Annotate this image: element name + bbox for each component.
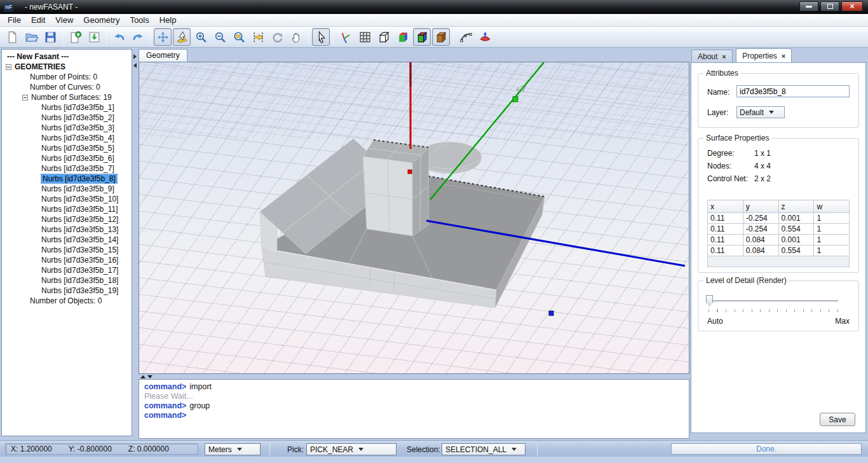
- import-button[interactable]: [85, 28, 103, 46]
- table-header-w[interactable]: w: [814, 200, 850, 213]
- tree-item-nurbs-selected[interactable]: Nurbs [id7d3e3f5b_8]: [2, 174, 132, 184]
- tree-item-nurbs[interactable]: Nurbs [id7d3e3f5b_2]: [2, 113, 132, 123]
- tree-node-curves[interactable]: Number of Curves: 0: [2, 82, 132, 92]
- curve-tool-button[interactable]: [457, 28, 475, 46]
- name-label: Name:: [707, 88, 729, 97]
- progress-text: Done.: [756, 445, 776, 453]
- table-row[interactable]: 0.110.0840.5541: [708, 245, 850, 256]
- surface-tool-button[interactable]: [476, 28, 494, 46]
- minimize-button[interactable]: [799, 1, 818, 11]
- menu-item-edit[interactable]: Edit: [26, 14, 50, 26]
- add-geometry-button[interactable]: [66, 28, 84, 46]
- lod-slider-thumb[interactable]: [706, 295, 713, 307]
- tree-node-points[interactable]: Number of Points: 0: [2, 72, 132, 82]
- progress-bar: Done.: [671, 443, 862, 455]
- tab-geometry[interactable]: Geometry: [139, 49, 187, 62]
- pan-button[interactable]: [287, 28, 305, 46]
- lod-groupbox: Level of Detail (Render) Auto Max: [698, 280, 859, 331]
- tab-properties-close-icon[interactable]: ×: [782, 52, 785, 60]
- fit-view-button[interactable]: [154, 28, 172, 46]
- menu-item-geometry[interactable]: Geometry: [78, 14, 125, 26]
- tree-item-nurbs[interactable]: Nurbs [id7d3e3f5b_17]: [2, 265, 132, 275]
- textured-view-button[interactable]: [432, 28, 450, 46]
- splitter-arrow-down-icon: [147, 375, 153, 378]
- axes-toggle-button[interactable]: [337, 28, 355, 46]
- shaded-edges-view-button[interactable]: [413, 28, 431, 46]
- tab-about[interactable]: About×: [691, 50, 733, 64]
- collapse-icon[interactable]: [6, 64, 11, 70]
- tree-item-nurbs[interactable]: Nurbs [id7d3e3f5b_12]: [2, 214, 132, 225]
- save-button[interactable]: [41, 28, 59, 46]
- tree-node-surfaces[interactable]: Number of Surfaces: 19: [2, 92, 132, 102]
- shaded-view-button[interactable]: [394, 28, 412, 46]
- layer-select[interactable]: Default: [736, 106, 785, 118]
- pick-mode-select[interactable]: PICK_NEAR: [306, 443, 397, 455]
- table-row[interactable]: 0.11-0.2540.5541: [708, 224, 850, 235]
- undo-button[interactable]: [110, 28, 128, 46]
- select-cursor-button[interactable]: [312, 28, 330, 46]
- control-points-table[interactable]: xyzw0.11-0.2540.00110.11-0.2540.55410.11…: [707, 200, 850, 267]
- zoom-window-button[interactable]: [230, 28, 248, 46]
- tab-about-close-icon[interactable]: ×: [722, 53, 726, 60]
- tree-item-nurbs[interactable]: Nurbs [id7d3e3f5b_3]: [2, 123, 132, 133]
- tree-item-nurbs[interactable]: Nurbs [id7d3e3f5b_18]: [2, 275, 132, 286]
- toolbar-separator: [62, 29, 63, 45]
- viewport-3d[interactable]: +Y: [139, 62, 689, 374]
- console-splitter[interactable]: [139, 375, 689, 379]
- pick-surface-button[interactable]: [173, 28, 191, 46]
- menu-item-tools[interactable]: Tools: [125, 14, 154, 26]
- wireframe-view-button[interactable]: [375, 28, 393, 46]
- tree-item-nurbs[interactable]: Nurbs [id7d3e3f5b_7]: [2, 163, 132, 174]
- selection-mode-select[interactable]: SELECTION_ALL: [442, 443, 526, 455]
- zoom-selection-icon: [252, 31, 265, 44]
- menu-item-file[interactable]: File: [3, 14, 26, 26]
- open-button[interactable]: [22, 28, 40, 46]
- table-row[interactable]: 0.110.0840.0011: [708, 235, 850, 245]
- grid-icon: [358, 31, 372, 44]
- tree-item-nurbs[interactable]: Nurbs [id7d3e3f5b_13]: [2, 225, 132, 235]
- table-header-x[interactable]: x: [708, 200, 743, 213]
- axis-y-label: +Y: [515, 84, 527, 94]
- zoom-out-button[interactable]: [211, 28, 229, 46]
- table-row[interactable]: 0.11-0.2540.0011: [708, 213, 850, 224]
- control-net-label: Control Net:: [707, 174, 748, 183]
- toolbar-separator: [150, 29, 151, 45]
- vertical-splitter[interactable]: [133, 49, 138, 436]
- tree-node-geometries[interactable]: GEOMETRIES: [2, 62, 132, 72]
- collapse-icon[interactable]: [22, 95, 28, 100]
- zoom-selection-button[interactable]: [249, 28, 267, 46]
- command-console[interactable]: command>importPlease Wait...command>grou…: [139, 379, 689, 439]
- grid-toggle-button[interactable]: [356, 28, 374, 46]
- menu-item-view[interactable]: View: [50, 14, 78, 26]
- zoom-in-button[interactable]: [192, 28, 210, 46]
- tab-properties[interactable]: Properties×: [736, 48, 792, 63]
- tree-item-nurbs[interactable]: Nurbs [id7d3e3f5b_11]: [2, 204, 132, 214]
- tree-item-nurbs[interactable]: Nurbs [id7d3e3f5b_9]: [2, 184, 132, 194]
- units-select[interactable]: Meters: [205, 443, 261, 455]
- tree-item-nurbs[interactable]: Nurbs [id7d3e3f5b_16]: [2, 255, 132, 265]
- tree-item-nurbs[interactable]: Nurbs [id7d3e3f5b_6]: [2, 153, 132, 163]
- tree-node-objects[interactable]: Number of Objects: 0: [2, 296, 132, 306]
- name-field[interactable]: [736, 85, 850, 97]
- menu-item-help[interactable]: Help: [154, 14, 182, 26]
- tree-item-nurbs[interactable]: Nurbs [id7d3e3f5b_4]: [2, 133, 132, 143]
- close-button[interactable]: ×: [841, 1, 863, 11]
- redo-button[interactable]: [129, 28, 147, 46]
- tab-properties-label: Properties: [742, 52, 777, 60]
- save-properties-button[interactable]: Save: [820, 413, 855, 426]
- tree-item-nurbs[interactable]: Nurbs [id7d3e3f5b_1]: [2, 102, 132, 113]
- window-frame: [0, 457, 868, 463]
- tree-item-nurbs[interactable]: Nurbs [id7d3e3f5b_10]: [2, 194, 132, 204]
- new-file-button[interactable]: [3, 28, 21, 46]
- tree-item-nurbs[interactable]: Nurbs [id7d3e3f5b_19]: [2, 286, 132, 296]
- viewport-tabbar: Geometry: [139, 49, 689, 62]
- rotate-view-button[interactable]: [268, 28, 286, 46]
- restore-button[interactable]: [820, 1, 839, 11]
- undo-icon: [112, 31, 126, 44]
- lod-slider-track[interactable]: [707, 300, 838, 301]
- tree-item-nurbs[interactable]: Nurbs [id7d3e3f5b_5]: [2, 143, 132, 153]
- tree-item-nurbs[interactable]: Nurbs [id7d3e3f5b_14]: [2, 235, 132, 245]
- tree-item-nurbs[interactable]: Nurbs [id7d3e3f5b_15]: [2, 245, 132, 255]
- table-header-y[interactable]: y: [743, 200, 778, 213]
- table-header-z[interactable]: z: [778, 200, 814, 213]
